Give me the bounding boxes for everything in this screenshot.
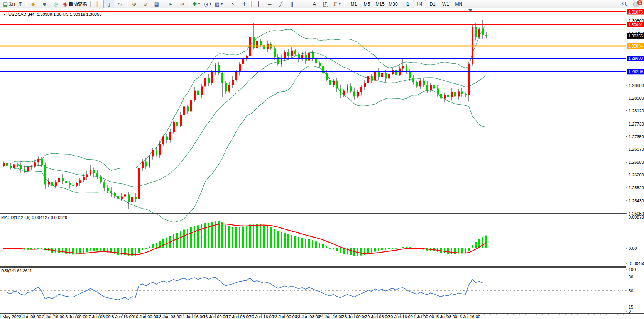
candlestick-chart-icon: ▯: [107, 2, 110, 7]
support-line-1[interactable]: [0, 58, 626, 59]
svg-text:1.30054: 1.30054: [628, 44, 643, 48]
crosshair-icon: ✛: [242, 2, 247, 7]
text-label-button[interactable]: T: [320, 0, 331, 8]
search-icon[interactable]: [619, 0, 630, 8]
pivot-line[interactable]: [0, 46, 626, 47]
time-label: 20 Jun 16:00: [249, 314, 274, 319]
collapse-icon[interactable]: ▼: [3, 13, 6, 16]
zoom-in-button[interactable]: ⊕: [129, 0, 140, 8]
timeframe-m1-button[interactable]: M1: [347, 0, 360, 8]
toolbar-right: 1: [619, 0, 642, 8]
indicators-button[interactable]: ✚: [191, 0, 202, 8]
fibonacci-button[interactable]: ≡: [298, 0, 309, 8]
fibonacci-icon: ≡: [302, 2, 305, 7]
zoom-out-button[interactable]: ⊖: [140, 0, 151, 8]
time-label: 8 Jun 16:00: [112, 314, 134, 319]
templates-button[interactable]: ▨: [213, 0, 224, 8]
timeframe-m15-button[interactable]: M15: [374, 0, 387, 8]
new-order-button[interactable]: ▤新订单: [2, 0, 24, 8]
tile-windows-icon: ▦: [154, 2, 159, 7]
crosshair-button[interactable]: ✛: [239, 0, 250, 8]
zoom-in-icon: ⊕: [132, 2, 136, 7]
trendline-button[interactable]: ╱: [276, 0, 286, 8]
autotrading-button[interactable]: ◉自动交易: [61, 0, 88, 8]
new-order-button-label: 新订单: [9, 1, 23, 7]
svg-text:1.30692: 1.30692: [628, 22, 643, 27]
time-label: 7 Jun 08:00: [88, 314, 111, 319]
toolbar-separator: [251, 1, 252, 7]
price-badge: 1.31075: [627, 9, 644, 15]
cursor-button[interactable]: ↖: [228, 0, 238, 8]
time-label: 2 Jun 16:00: [42, 314, 64, 319]
text-button[interactable]: A: [309, 0, 320, 8]
timeframe-w1-button[interactable]: W1: [439, 0, 452, 8]
bollinger-lower: [14, 66, 486, 222]
support-line-2[interactable]: [0, 71, 626, 72]
time-label: 28 Jun 00:00: [342, 314, 367, 319]
arrows-button[interactable]: ⇵: [331, 0, 342, 8]
rsi-name: RSI(14): [1, 268, 16, 273]
time-label: 14 Jun 16:00: [180, 314, 205, 319]
autotrading-button-label: 自动交易: [69, 1, 87, 7]
line-chart-button[interactable]: ∿: [115, 0, 125, 8]
timeframe-d1-button[interactable]: D1: [426, 0, 439, 8]
time-label: 29 Jun 08:00: [365, 314, 390, 319]
price-badge: 1.29683: [627, 56, 644, 61]
time-label: 1 Jun 08:00: [19, 314, 41, 319]
vertical-line-button[interactable]: │: [253, 0, 264, 8]
chart-canvas[interactable]: 1.308001.304201.288801.285001.281201.277…: [0, 8, 644, 319]
bar-chart-button[interactable]: ║: [92, 0, 103, 8]
rsi-scale-label: 80: [629, 275, 633, 279]
chat-icon[interactable]: 1: [633, 1, 642, 8]
bollinger-middle: [14, 53, 486, 187]
chart-shift-button[interactable]: ⇥: [177, 0, 188, 8]
notification-badge: 1: [637, 0, 642, 5]
toolbar-separator: [189, 1, 189, 7]
resistance-line-2[interactable]: [0, 24, 626, 25]
time-label: 1 May 2022: [0, 314, 21, 319]
contacts-icon-button[interactable]: ☻: [39, 0, 50, 8]
signals-icon-button[interactable]: ◎: [50, 0, 61, 8]
time-axis[interactable]: 1 May 20221 Jun 08:002 Jun 16:006 Jun 00…: [0, 314, 624, 319]
macd-scale-label: 0.008788: [629, 215, 644, 219]
horizontal-line-button[interactable]: ─: [264, 0, 275, 8]
metaeditor-icon-button[interactable]: ◆: [28, 0, 39, 8]
toolbar-separator: [226, 1, 226, 7]
price-tick-label: 1.25430: [629, 199, 644, 203]
timeframe-m30-button[interactable]: M30: [387, 0, 400, 8]
macd-name: MACD(12,26,9): [1, 215, 30, 220]
candlestick-chart-button[interactable]: ▯: [103, 0, 114, 8]
rsi-line: [7, 277, 486, 300]
autoscroll-button[interactable]: ▸: [166, 0, 176, 8]
toolbar-separator: [164, 1, 164, 7]
macd-panel: [3, 221, 487, 256]
rsi-scale-label: 50: [629, 288, 633, 293]
time-label: 4 Jul 00:00: [413, 314, 434, 319]
svg-text:1.29683: 1.29683: [628, 56, 643, 61]
signals-icon-icon: ◎: [54, 2, 58, 7]
price-tick-label: 1.28880: [629, 83, 644, 88]
time-label: 24 Jun 16:00: [319, 314, 343, 319]
chart-window: 1.308001.304201.288801.285001.281201.277…: [0, 8, 644, 319]
time-label: 23 Jun 08:00: [296, 314, 320, 319]
vertical-line-icon: │: [257, 2, 260, 7]
periods-button[interactable]: ◷: [202, 0, 213, 8]
equidistant-channel-button[interactable]: ∥: [287, 0, 297, 8]
tile-windows-button[interactable]: ▦: [151, 0, 162, 8]
rsi-label: RSI(14) 64.2611: [1, 268, 32, 273]
bid-price-line[interactable]: [0, 36, 626, 36]
toolbar-separator: [26, 1, 26, 7]
time-label: 5 Jul 08:00: [436, 314, 457, 319]
price-axis[interactable]: 1.308001.304201.288801.285001.281201.277…: [626, 9, 644, 314]
timeframe-m5-button[interactable]: M5: [360, 0, 374, 8]
time-label: 22 Jun 00:00: [272, 314, 297, 319]
timeframe-h1-button[interactable]: H1: [400, 0, 413, 8]
rsi-values: 64.2611: [17, 268, 32, 273]
standard-toolbar: ▤新订单◆☻◎◉自动交易║▯∿⊕⊖▦▸⇥✚◷▨↖✛│─╱∥≡AT⇵: [2, 0, 342, 8]
line-chart-icon: ∿: [118, 2, 122, 7]
svg-text:1.30355: 1.30355: [628, 34, 643, 38]
timeframe-mn-button[interactable]: MN: [452, 0, 465, 8]
equidistant-channel-icon: ∥: [291, 2, 294, 7]
price-badge: 1.29289: [627, 69, 644, 74]
timeframe-h4-button[interactable]: H4: [413, 0, 426, 8]
